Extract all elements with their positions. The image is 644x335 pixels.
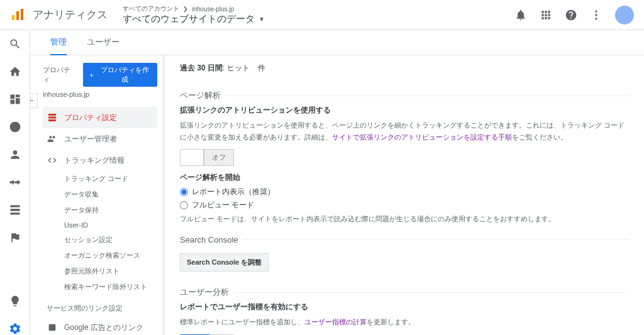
user-metrics-desc: 標準レポートにユーザー指標を追加し、ユーザー指標の計算を更新します。 — [180, 316, 629, 328]
sub-user-id[interactable]: User-ID — [64, 218, 157, 232]
enhanced-attr-desc: 拡張リンクのアトリビューションを使用すると、ページ上のリンクを細かくトラッキング… — [180, 119, 629, 143]
brand-title: アナリティクス — [33, 8, 108, 22]
toggle-off-option[interactable]: オフ — [204, 149, 234, 166]
more-icon[interactable] — [590, 9, 602, 21]
enhanced-attr-heading: 拡張リンクのアトリビューションを使用する — [180, 105, 629, 116]
view-title: すべてのウェブサイトのデータ — [123, 13, 255, 25]
apps-icon[interactable] — [540, 9, 552, 21]
sidebar-item-google-ads-link[interactable]: Google 広告とのリンク — [43, 317, 157, 335]
arrow-left-icon — [30, 96, 35, 105]
tracking-submenu: トラッキング コード データ収集 データ保持 User-ID セッション設定 オ… — [43, 171, 157, 295]
sub-session-settings[interactable]: セッション設定 — [64, 232, 157, 248]
tab-users[interactable]: ユーザー — [87, 30, 119, 55]
acquisition-icon[interactable] — [9, 176, 21, 189]
flag-icon[interactable] — [9, 231, 21, 244]
nav-rail — [0, 30, 30, 335]
svg-rect-0 — [12, 15, 14, 20]
create-property-button[interactable]: ＋プロパティを作成 — [83, 63, 157, 87]
property-label: プロパティ — [43, 65, 77, 84]
people-icon — [47, 134, 57, 144]
gear-icon[interactable] — [9, 322, 21, 335]
start-analysis-heading: ページ解析を開始 — [180, 172, 629, 183]
full-view-note: フルビュー モードは、サイトをレポート内表示で読み込む際に問題が生じる場合にのみ… — [180, 213, 629, 225]
home-icon[interactable] — [9, 65, 21, 78]
user-avatar[interactable] — [615, 6, 634, 25]
tab-admin[interactable]: 管理 — [50, 30, 67, 55]
user-metrics-link[interactable]: ユーザー指標の計算 — [304, 318, 367, 326]
settings-box-icon — [47, 113, 57, 123]
svg-rect-2 — [21, 9, 23, 20]
discover-icon[interactable] — [9, 295, 21, 307]
enhanced-attr-link[interactable]: サイトで拡張リンクのアトリビューションを設定する手順 — [332, 133, 512, 141]
product-linking-caption: サービス間のリンク設定 — [43, 295, 157, 317]
enhanced-attr-toggle[interactable]: オフ — [180, 149, 629, 166]
chevron-right-icon: ❯ — [183, 6, 188, 12]
svg-point-5 — [595, 18, 597, 19]
plus-icon: ＋ — [88, 70, 95, 80]
sub-tracking-code[interactable]: トラッキング コード — [64, 171, 157, 187]
search-icon[interactable] — [9, 38, 21, 50]
radio-in-report[interactable]: レポート内表示（推奨） — [180, 187, 629, 197]
svg-point-3 — [595, 10, 597, 12]
back-button[interactable] — [30, 93, 38, 108]
app-header: アナリティクス すべてのアカウント ❯ inhouse-plus.jp すべての… — [0, 0, 644, 30]
hit-metric: 過去 30 日間: ヒット 件 — [180, 63, 629, 80]
behavior-icon[interactable] — [9, 204, 21, 216]
svg-rect-1 — [16, 11, 19, 20]
property-name[interactable]: inhouse-plus.jp — [43, 91, 157, 98]
sub-referral-exclusion[interactable]: 参照元除外リスト — [64, 263, 157, 279]
help-icon[interactable] — [565, 9, 577, 21]
person-icon[interactable] — [9, 148, 21, 161]
section-page-analysis: ページ解析 — [180, 90, 629, 101]
sub-search-term-exclusion[interactable]: 検索キーワード除外リスト — [64, 279, 157, 295]
section-search-console: Search Console — [180, 235, 629, 244]
dashboard-icon[interactable] — [9, 93, 21, 106]
settings-panel: 過去 30 日間: ヒット 件 ページ解析 拡張リンクのアトリビューションを使用… — [162, 55, 644, 335]
sub-data-retention[interactable]: データ保持 — [64, 202, 157, 218]
breadcrumb[interactable]: すべてのアカウント ❯ inhouse-plus.jp すべてのウェブサイトのデ… — [123, 4, 514, 25]
radio-full-view[interactable]: フルビュー モード — [180, 200, 629, 211]
dropdown-icon: ▼ — [258, 16, 265, 23]
sidebar-item-property-settings[interactable]: プロパティ設定 — [43, 107, 157, 128]
clock-icon[interactable] — [9, 121, 21, 133]
bell-icon[interactable] — [514, 9, 527, 21]
ads-icon — [47, 322, 57, 332]
property-sidebar: プロパティ ＋プロパティを作成 inhouse-plus.jp プロパティ設定 … — [30, 55, 162, 335]
admin-tabs: 管理 ユーザー — [30, 30, 644, 55]
svg-rect-6 — [49, 324, 56, 331]
user-metrics-heading: レポートでユーザー指標を有効にする — [180, 302, 629, 312]
adjust-search-console-button[interactable]: Search Console を調整 — [180, 253, 269, 272]
svg-point-4 — [595, 14, 597, 16]
code-icon — [47, 155, 57, 165]
section-user-analysis: ユーザー分析 — [180, 287, 629, 298]
crumb-accounts: すべてのアカウント — [123, 4, 179, 13]
analytics-logo-icon — [10, 8, 25, 23]
crumb-property: inhouse-plus.jp — [192, 6, 234, 13]
sub-organic-sources[interactable]: オーガニック検索ソース — [64, 248, 157, 263]
sidebar-item-user-management[interactable]: ユーザー管理者 — [43, 128, 157, 150]
sidebar-item-tracking-info[interactable]: トラッキング情報 — [43, 150, 157, 171]
toggle-on-option[interactable] — [180, 149, 204, 166]
sub-data-collection[interactable]: データ収集 — [64, 187, 157, 202]
